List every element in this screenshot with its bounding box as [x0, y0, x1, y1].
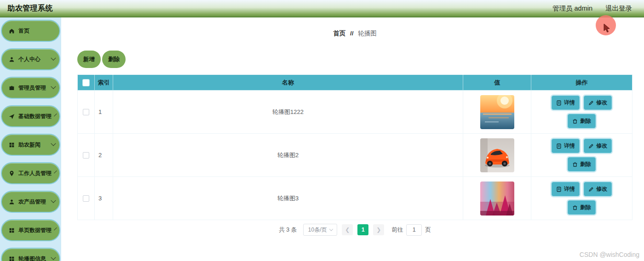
row-checkbox[interactable]	[83, 152, 89, 159]
sidebar-item-staff-management[interactable]: 工作人员管理	[1, 162, 60, 184]
breadcrumb-separator: //	[350, 30, 354, 37]
document-icon	[556, 187, 562, 192]
document-icon	[556, 100, 562, 106]
sidebar-item-admin-management[interactable]: 管理员管理	[1, 77, 60, 99]
detail-button[interactable]: 详情	[552, 96, 580, 110]
chevron-down-icon	[54, 113, 57, 116]
header-right: 管理员 admin 退出登录	[552, 4, 644, 13]
edit-button[interactable]: 修改	[584, 182, 612, 196]
edit-button[interactable]: 修改	[584, 96, 612, 110]
app-title: 助农管理系统	[0, 4, 53, 13]
grid-icon	[9, 227, 15, 233]
sidebar: 首页 个人中心 管理员管理 基础数据管理 助农新闻 工作人员管理	[0, 17, 61, 261]
table-row: 3 轮播图3	[78, 177, 632, 220]
sidebar-item-home[interactable]: 首页	[1, 20, 60, 42]
table-header-row: 索引 名称 值 操作	[78, 75, 632, 91]
carousel-image-pink-trees[interactable]	[480, 182, 514, 216]
carousel-image-orange-sports-car[interactable]	[480, 138, 514, 172]
row-index: 3	[94, 177, 113, 220]
sidebar-item-single-page-data[interactable]: 单页数据管理	[1, 219, 60, 241]
chevron-down-icon	[51, 141, 56, 146]
trash-icon	[572, 119, 578, 124]
edit-button[interactable]: 修改	[584, 139, 612, 153]
detail-button[interactable]: 详情	[552, 182, 580, 196]
pencil-icon	[588, 187, 594, 192]
delete-row-button[interactable]: 删除	[568, 157, 596, 171]
carousel-image-sunset-over-sea[interactable]	[480, 95, 514, 129]
row-checkbox[interactable]	[83, 109, 89, 115]
row-checkbox[interactable]	[83, 195, 89, 202]
table-row: 1 轮播图1222	[78, 91, 632, 134]
sidebar-item-carousel-info[interactable]: 轮播图信息	[1, 248, 60, 261]
row-index: 2	[94, 134, 113, 177]
send-icon	[9, 113, 15, 119]
home-icon	[9, 28, 15, 34]
chevron-down-icon	[51, 56, 56, 61]
chevron-down-icon	[54, 170, 57, 173]
cursor-highlight	[596, 15, 616, 35]
briefcase-icon	[9, 85, 15, 91]
pagination: 共 3 条 10条/页 ❮ 1 ❯ 前往 页	[77, 224, 632, 236]
trash-icon	[572, 162, 578, 167]
row-index: 1	[94, 91, 113, 134]
row-name: 轮播图3	[113, 177, 463, 220]
breadcrumb-home[interactable]: 首页	[333, 30, 345, 37]
breadcrumb: 首页 // 轮播图	[77, 29, 632, 38]
grid-icon	[9, 256, 15, 261]
detail-button[interactable]: 详情	[552, 139, 580, 153]
next-page-button[interactable]: ❯	[373, 224, 384, 235]
column-header-index: 索引	[94, 75, 113, 91]
watermark: CSDN @wishCoding	[580, 251, 639, 258]
grid-icon	[9, 142, 15, 148]
app-header: 助农管理系统 管理员 admin 退出登录	[0, 0, 644, 17]
carousel-table: 索引 名称 值 操作 1 轮播图1222	[77, 74, 632, 220]
chevron-down-icon	[329, 227, 333, 231]
breadcrumb-current: 轮播图	[358, 30, 377, 37]
current-page-button[interactable]: 1	[357, 224, 368, 235]
column-header-actions: 操作	[531, 75, 632, 91]
sidebar-item-agri-news[interactable]: 助农新闻	[1, 134, 60, 156]
trash-icon	[572, 205, 578, 210]
toolbar: 新增 删除	[77, 51, 632, 68]
delete-row-button[interactable]: 删除	[568, 114, 596, 128]
pagination-total: 共 3 条	[279, 226, 297, 234]
sidebar-item-agri-product-management[interactable]: 农产品管理	[1, 191, 60, 213]
goto-label: 前往	[391, 226, 403, 234]
table-row: 2 轮播图2	[78, 134, 632, 177]
goto-page-input[interactable]	[406, 224, 422, 236]
user-icon	[9, 199, 15, 205]
document-icon	[556, 143, 562, 149]
mouse-cursor-icon	[603, 23, 612, 34]
delete-button[interactable]: 删除	[102, 51, 126, 68]
select-all-checkbox[interactable]	[83, 79, 89, 86]
prev-page-button[interactable]: ❮	[342, 224, 353, 235]
goto-suffix: 页	[425, 226, 431, 234]
page-size-select[interactable]: 10条/页	[303, 224, 337, 236]
chevron-down-icon	[51, 84, 56, 89]
column-header-name: 名称	[113, 75, 463, 91]
chevron-down-icon	[54, 227, 57, 230]
map-pin-icon	[9, 170, 15, 176]
add-button[interactable]: 新增	[77, 51, 101, 68]
row-name: 轮播图1222	[113, 91, 463, 134]
sidebar-item-base-data-management[interactable]: 基础数据管理	[1, 105, 60, 127]
row-name: 轮播图2	[113, 134, 463, 177]
main-content: 首页 // 轮播图 新增 删除 索引 名称 值 操作	[61, 17, 644, 261]
sidebar-item-personal-center[interactable]: 个人中心	[1, 48, 60, 70]
user-icon	[9, 57, 15, 62]
chevron-down-icon	[51, 255, 56, 260]
pencil-icon	[588, 143, 594, 149]
column-header-value: 值	[463, 75, 531, 91]
pencil-icon	[588, 100, 594, 106]
logout-link[interactable]: 退出登录	[605, 4, 632, 13]
delete-row-button[interactable]: 删除	[568, 200, 596, 215]
chevron-down-icon	[51, 198, 56, 203]
logged-in-user: 管理员 admin	[552, 4, 592, 13]
